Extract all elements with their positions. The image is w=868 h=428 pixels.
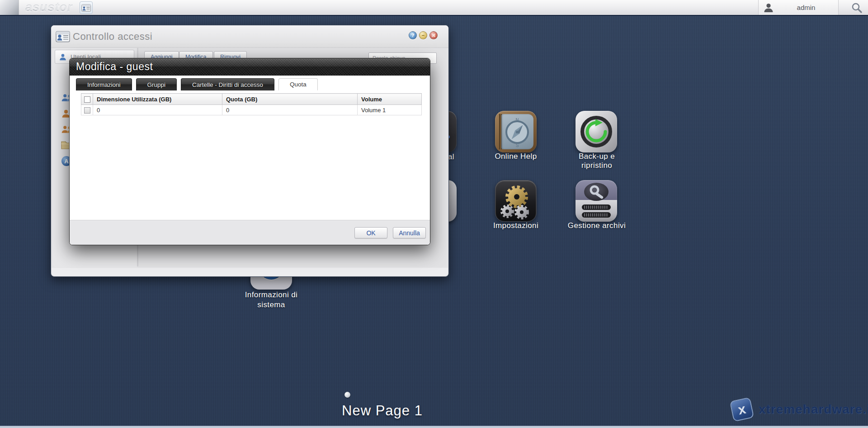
backup-icon[interactable] (576, 111, 617, 152)
cancel-button[interactable]: Annulla (393, 227, 426, 238)
backup-ring-icon (576, 111, 617, 152)
drive-icon (576, 180, 617, 222)
tab-quota[interactable]: Quota (278, 78, 318, 90)
tab-cartelle-diritti[interactable]: Cartelle - Diritti di accesso (181, 78, 274, 90)
table-row[interactable]: 0 0 Volume 1 (81, 105, 422, 115)
contact-card-icon (56, 30, 71, 43)
desktop-icon-backup[interactable] (576, 111, 617, 152)
svg-text:A: A (64, 158, 69, 165)
window-help-button[interactable]: ? (409, 31, 417, 39)
tab-gruppi[interactable]: Gruppi (136, 78, 177, 90)
modal-edit-guest: Modifica - guest Informazioni Gruppi Car… (69, 58, 430, 245)
cell-quota: 0 (222, 105, 358, 115)
page-dot[interactable] (344, 392, 350, 398)
window-close-button[interactable]: ✖ (429, 31, 438, 39)
asustor-logo: asustor (25, 0, 73, 14)
username: admin (774, 4, 838, 11)
settings-icon[interactable] (495, 180, 537, 222)
taskbar-app-button[interactable] (80, 1, 93, 14)
desktop-icon-storage[interactable] (576, 180, 617, 222)
desktop-icon-label: Informazioni di (242, 290, 301, 300)
tab-informazioni[interactable]: Informazioni (76, 78, 132, 90)
bottom-strip (0, 426, 868, 428)
desktop-icon-online-help[interactable]: N S (495, 111, 537, 152)
page-label: New Page 1 (342, 403, 423, 419)
select-all-checkbox[interactable] (84, 96, 90, 103)
search-icon (851, 2, 863, 14)
window-titlebar[interactable]: Controllo accessi ? − ✖ (51, 25, 448, 48)
online-help-icon[interactable]: N S (495, 111, 537, 152)
cell-volume: Volume 1 (358, 105, 422, 115)
modal-footer: OK Annulla (70, 220, 430, 245)
desktop-icon-label: Back-up e (572, 152, 622, 161)
modal-titlebar[interactable]: Modifica - guest (70, 58, 430, 76)
watermark-logo-icon: x (730, 397, 755, 422)
contact-card-icon (81, 4, 91, 12)
desktop-icon-settings[interactable] (495, 180, 537, 222)
column-header-volume[interactable]: Volume (358, 94, 422, 105)
modal-title: Modifica - guest (76, 61, 153, 73)
row-checkbox[interactable] (84, 107, 90, 114)
desktop-icon-label: Impostazioni (488, 221, 543, 230)
desktop-icon-label: Online Help (491, 152, 541, 161)
compass-icon: N S (503, 116, 532, 148)
desktop-icon-label: Gestione archivi (563, 221, 631, 230)
column-header-used-size[interactable]: Dimensione Utilizzata (GB) (93, 94, 222, 105)
window-minimize-button[interactable]: − (419, 31, 427, 39)
gears-icon (495, 181, 537, 222)
user-menu[interactable]: admin (758, 0, 839, 15)
cell-used-size: 0 (93, 105, 222, 115)
storage-manager-icon[interactable] (576, 180, 617, 222)
window-footer (52, 268, 448, 276)
table-header-row: Dimensione Utilizzata (GB) Quota (GB) Vo… (81, 94, 422, 105)
watermark: x xtremehardware.it (731, 399, 868, 420)
desktop-icon-label: sistema (242, 300, 301, 309)
modal-body: Informazioni Gruppi Cartelle - Diritti d… (70, 76, 430, 220)
corner-block (0, 0, 19, 15)
topbar: asustor admin (0, 0, 868, 16)
quota-table: Dimensione Utilizzata (GB) Quota (GB) Vo… (81, 93, 422, 115)
svg-text:N: N (515, 118, 519, 123)
column-header-quota[interactable]: Quota (GB) (222, 94, 358, 105)
watermark-text: xtremehardware.it (759, 402, 868, 417)
desktop-icon-label: ripristino (572, 161, 622, 170)
svg-text:S: S (516, 143, 519, 148)
desktop: al N S Online Help (0, 0, 868, 428)
ok-button[interactable]: OK (354, 227, 387, 238)
search-button[interactable] (849, 1, 864, 14)
window-title: Controllo accessi (73, 31, 152, 43)
user-icon (763, 2, 774, 13)
users-local-icon (59, 53, 67, 61)
modal-tabbar: Informazioni Gruppi Cartelle - Diritti d… (76, 78, 424, 90)
